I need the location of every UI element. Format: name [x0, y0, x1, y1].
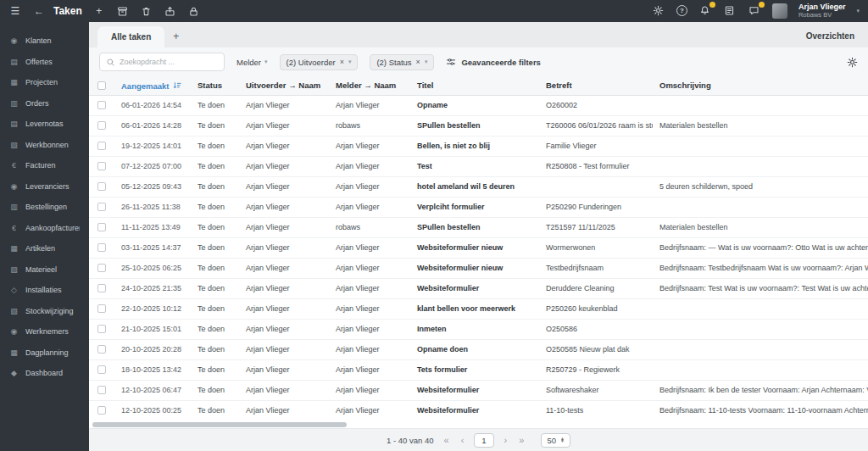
table-row[interactable]: 06-01-2026 14:28 Te doen Arjan Vlieger r… [89, 115, 868, 136]
sidebar-item-werkbonnen[interactable]: ▧ Werkbonnen [0, 135, 89, 156]
row-checkbox[interactable] [97, 284, 106, 292]
sidebar-item-offertes[interactable]: ▤ Offertes [0, 52, 89, 73]
cell-melder: robaws [329, 115, 410, 136]
row-checkbox[interactable] [97, 325, 106, 333]
horizontal-scrollbar[interactable] [89, 420, 868, 429]
header-betreft[interactable]: Betreft [539, 76, 653, 95]
add-tab-icon[interactable]: + [164, 31, 187, 47]
table-row[interactable]: 24-10-2025 21:35 Te doen Arjan Vlieger A… [89, 278, 868, 298]
row-checkbox[interactable] [97, 101, 106, 109]
spinner-down-icon[interactable]: ▼ [560, 440, 565, 443]
user-menu[interactable]: Arjan Vlieger Robaws BV [798, 3, 846, 19]
row-checkbox[interactable] [97, 386, 106, 394]
table-row[interactable]: 11-11-2025 13:49 Te doen Arjan Vlieger r… [89, 217, 868, 237]
prev-page-icon[interactable]: ‹ [459, 435, 466, 445]
header-uitvoerder[interactable]: Uitvoerder → Naam [239, 76, 329, 95]
row-checkbox[interactable] [97, 182, 106, 191]
overzichten-link[interactable]: Overzichten [806, 31, 854, 47]
header-aangemaakt[interactable]: Aangemaakt [114, 76, 191, 95]
table-row[interactable]: 21-10-2025 15:01 Te doen Arjan Vlieger A… [89, 319, 868, 339]
page-size-spinner[interactable]: ▲ ▼ [560, 437, 565, 443]
sidebar-item-werknemers[interactable]: ◉ Werknemers [0, 321, 89, 342]
row-checkbox[interactable] [97, 121, 106, 130]
uitvoerder-filter-chip[interactable]: (2) Uitvoerder × ▾ [280, 54, 359, 70]
sidebar-item-artikelen[interactable]: ▦ Artikelen [0, 238, 89, 259]
select-all-checkbox[interactable] [97, 81, 106, 90]
tasks-list-icon[interactable] [723, 4, 737, 18]
sidebar-item-dagplanning[interactable]: ▦ Dagplanning [0, 342, 89, 364]
table-row[interactable]: 06-01-2026 14:54 Te doen Arjan Vlieger A… [89, 95, 868, 115]
archive-icon[interactable] [116, 4, 130, 18]
sidebar-item-orders[interactable]: ▥ Orders [0, 93, 89, 114]
header-titel[interactable]: Titel [410, 76, 539, 95]
row-checkbox[interactable] [97, 243, 106, 252]
header-melder[interactable]: Melder → Naam [329, 76, 410, 95]
app-window: ☰ ← Taken + ? [0, 0, 868, 451]
user-avatar[interactable] [772, 3, 787, 19]
sidebar-item-bestellingen[interactable]: ▥ Bestellingen [0, 197, 89, 218]
current-page-button[interactable]: 1 [474, 433, 493, 448]
table-row[interactable]: 12-10-2025 00:25 Te doen Arjan Vlieger A… [89, 400, 868, 420]
sidebar-item-leveranciers[interactable]: ◉ Leveranciers [0, 176, 89, 198]
table-row[interactable]: 25-10-2025 06:25 Te doen Arjan Vlieger A… [89, 258, 868, 278]
add-task-icon[interactable]: + [92, 4, 106, 18]
back-icon[interactable]: ← [32, 4, 46, 18]
table-row[interactable]: 26-11-2025 11:38 Te doen Arjan Vlieger A… [89, 197, 868, 217]
lock-icon[interactable] [187, 4, 201, 18]
header-status[interactable]: Status [191, 76, 239, 95]
first-page-icon[interactable]: « [442, 435, 451, 445]
header-omschrijving[interactable]: Omschrijving [653, 76, 868, 95]
table-row[interactable]: 20-10-2025 20:28 Te doen Arjan Vlieger A… [89, 339, 868, 359]
sidebar-item-levernotas[interactable]: ▤ Levernotas [0, 114, 89, 135]
sidebar-item-stockwijziging[interactable]: ▧ Stockwijziging [0, 301, 89, 322]
row-checkbox[interactable] [97, 142, 106, 150]
last-page-icon[interactable]: » [517, 435, 526, 445]
tab-alle-taken[interactable]: Alle taken [97, 26, 164, 47]
sidebar-item-facturen[interactable]: € Facturen [0, 155, 89, 176]
shell: ◉ Klanten ▤ Offertes ▦ Projecten ▥ Order… [0, 22, 868, 451]
sidebar: ◉ Klanten ▤ Offertes ▦ Projecten ▥ Order… [0, 22, 89, 451]
settings-gear-icon[interactable] [652, 4, 665, 18]
chat-icon[interactable] [748, 4, 761, 18]
page-size-selector[interactable]: 50 ▲ ▼ [541, 433, 570, 448]
table-row[interactable]: 12-10-2025 06:47 Te doen Arjan Vlieger A… [89, 380, 868, 400]
notifications-bell-icon[interactable] [698, 4, 712, 18]
row-checkbox[interactable] [97, 203, 106, 211]
scrollbar-thumb[interactable] [92, 422, 347, 427]
sidebar-item-projecten[interactable]: ▦ Projecten [0, 72, 89, 93]
table-row[interactable]: 22-10-2025 10:12 Te doen Arjan Vlieger A… [89, 298, 868, 319]
row-checkbox[interactable] [97, 406, 106, 415]
sidebar-item-installaties[interactable]: ◇ Installaties [0, 280, 89, 301]
search-input[interactable] [120, 58, 218, 66]
row-checkbox[interactable] [97, 264, 106, 272]
sidebar-item-materieel[interactable]: ▨ Materieel [0, 259, 89, 281]
table-row[interactable]: 05-12-2025 09:43 Te doen Arjan Vlieger A… [89, 176, 868, 197]
sidebar-item-dashboard[interactable]: ◆ Dashboard [0, 363, 89, 384]
table-row[interactable]: 18-10-2025 13:42 Te doen Arjan Vlieger A… [89, 359, 868, 380]
table-row[interactable]: 03-11-2025 14:37 Te doen Arjan Vlieger A… [89, 237, 868, 258]
help-icon[interactable]: ? [676, 5, 687, 16]
trash-icon[interactable] [140, 4, 153, 18]
user-menu-chevron-icon[interactable]: ▾ [856, 8, 860, 14]
advanced-filters-button[interactable]: Geavanceerde filters [446, 57, 540, 67]
status-filter-chip[interactable]: (2) Status × ▾ [370, 54, 434, 70]
facturen-icon: € [9, 161, 19, 170]
next-page-icon[interactable]: › [503, 435, 509, 445]
row-checkbox[interactable] [97, 365, 106, 374]
menu-icon[interactable]: ☰ [8, 4, 22, 18]
remove-status-filter-icon[interactable]: × [416, 58, 420, 66]
row-checkbox[interactable] [97, 162, 106, 170]
sidebar-item-aankoopfacturen[interactable]: € Aankoopfacturen [0, 218, 89, 239]
remove-uitvoerder-filter-icon[interactable]: × [340, 58, 344, 66]
melder-filter-dropdown[interactable]: Melder ▾ [236, 58, 268, 67]
sidebar-item-klanten[interactable]: ◉ Klanten [0, 31, 89, 52]
table-row[interactable]: 07-12-2025 07:00 Te doen Arjan Vlieger A… [89, 156, 868, 176]
row-checkbox[interactable] [97, 345, 106, 354]
row-checkbox[interactable] [97, 223, 106, 231]
row-checkbox[interactable] [97, 304, 106, 313]
table-settings-gear-icon[interactable] [847, 57, 858, 68]
export-box-icon[interactable] [164, 4, 177, 18]
table-row[interactable]: 19-12-2025 14:01 Te doen Arjan Vlieger A… [89, 136, 868, 156]
cell-status: Te doen [191, 400, 239, 420]
cell-betreft: O250586 [539, 319, 653, 339]
